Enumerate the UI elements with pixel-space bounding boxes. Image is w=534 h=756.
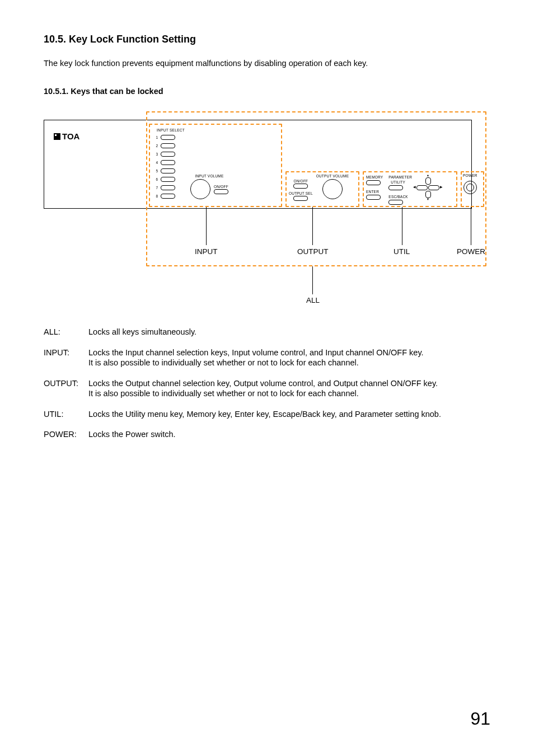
input-onoff-label: ON/OFF bbox=[214, 185, 228, 189]
brand-logo-text: TOA bbox=[62, 132, 79, 141]
input-select-button bbox=[161, 143, 175, 148]
output-volume-label: OUTPUT VOLUME bbox=[316, 174, 349, 178]
lead-line bbox=[402, 207, 402, 245]
definition-body: Locks all keys simultaneously. bbox=[88, 327, 490, 337]
utility-button bbox=[388, 185, 403, 190]
esc-back-button bbox=[388, 200, 403, 205]
definition-row: OUTPUT:Locks the Output channel selectio… bbox=[44, 378, 490, 399]
input-select-button bbox=[161, 185, 175, 190]
input-select-row: 1 bbox=[154, 133, 185, 142]
power-label: POWER bbox=[463, 173, 477, 177]
group-label-output: OUTPUT bbox=[297, 247, 329, 256]
section-heading: 10.5. Key Lock Function Setting bbox=[44, 34, 490, 45]
definition-body: Locks the Output channel selection key, … bbox=[88, 378, 490, 399]
util-block: MEMORY ENTER PARAMETER UTILITY ESC/BACK bbox=[366, 175, 412, 205]
input-channel-number: 5 bbox=[154, 169, 158, 173]
definition-body: Locks the Power switch. bbox=[88, 429, 490, 440]
definition-row: ALL:Locks all keys simultaneously. bbox=[44, 327, 490, 337]
output-onoff-label: ON/OFF bbox=[293, 179, 308, 183]
definition-term: OUTPUT: bbox=[44, 378, 88, 399]
svg-rect-1 bbox=[55, 134, 57, 136]
input-channel-number: 7 bbox=[154, 186, 158, 190]
input-select-row: 8 bbox=[154, 192, 185, 200]
definition-term: INPUT: bbox=[44, 348, 88, 368]
memory-button bbox=[366, 180, 381, 185]
input-select-block: INPUT SELECT 12345678 bbox=[154, 128, 185, 200]
definition-term: UTIL: bbox=[44, 409, 88, 420]
arrow-down-button bbox=[425, 191, 431, 198]
panel-diagram: TOA INPUT SELECT 12345678 INPUT VOLUME O… bbox=[44, 111, 490, 304]
arrow-up-icon: ▲ bbox=[427, 174, 429, 177]
input-select-row: 2 bbox=[154, 142, 185, 150]
output-volume-knob bbox=[322, 179, 343, 199]
input-select-row: 5 bbox=[154, 167, 185, 175]
input-onoff-button bbox=[214, 189, 228, 194]
parameter-label: PARAMETER bbox=[388, 175, 412, 179]
definition-row: UTIL:Locks the Utility menu key, Memory … bbox=[44, 409, 490, 420]
brand-logo-icon bbox=[54, 133, 60, 140]
input-volume-block: INPUT VOLUME ON/OFF bbox=[190, 174, 228, 199]
input-channel-number: 2 bbox=[154, 144, 158, 148]
input-channel-number: 8 bbox=[154, 194, 158, 198]
definition-body: Locks the Input channel selection keys, … bbox=[88, 348, 490, 368]
input-volume-knob bbox=[190, 179, 210, 199]
input-select-button bbox=[161, 194, 175, 199]
output-sel-button bbox=[293, 196, 308, 201]
input-select-button bbox=[161, 177, 175, 182]
arrow-down-icon: ▼ bbox=[427, 198, 429, 201]
input-select-row: 4 bbox=[154, 158, 185, 167]
arrow-left-icon: ◀ bbox=[413, 186, 416, 189]
input-select-row: 7 bbox=[154, 184, 185, 192]
group-label-all: ALL bbox=[306, 296, 320, 304]
power-switch-icon bbox=[463, 181, 477, 194]
subsection-heading: 10.5.1. Keys that can be locked bbox=[44, 87, 490, 96]
input-select-button bbox=[161, 135, 175, 140]
arrow-up-button bbox=[425, 177, 431, 185]
input-channel-number: 1 bbox=[154, 135, 158, 139]
input-select-button bbox=[161, 168, 175, 173]
definition-body: Locks the Utility menu key, Memory key, … bbox=[88, 409, 490, 420]
definition-term: ALL: bbox=[44, 327, 88, 337]
arrow-right-button bbox=[428, 185, 439, 190]
enter-button bbox=[366, 195, 381, 200]
arrow-left-button bbox=[416, 185, 428, 190]
intro-paragraph: The key lock function prevents equipment… bbox=[44, 59, 490, 68]
lead-line bbox=[471, 207, 471, 245]
memory-label: MEMORY bbox=[366, 175, 383, 179]
definition-row: INPUT:Locks the Input channel selection … bbox=[44, 348, 490, 368]
input-volume-label: INPUT VOLUME bbox=[195, 174, 223, 178]
lead-line bbox=[312, 207, 313, 245]
lead-line bbox=[206, 207, 207, 245]
output-onoff-button bbox=[293, 184, 308, 189]
arrow-cluster: ▲ ◀ ▶ ▼ bbox=[413, 174, 443, 201]
input-select-button bbox=[161, 152, 175, 157]
input-select-button bbox=[161, 160, 175, 165]
utility-label: UTILITY bbox=[391, 180, 407, 184]
brand-logo: TOA bbox=[54, 132, 79, 141]
output-sel-label: OUTPUT SEL bbox=[289, 191, 313, 195]
definition-row: POWER:Locks the Power switch. bbox=[44, 429, 490, 440]
enter-label: ENTER bbox=[366, 190, 383, 194]
input-channel-number: 6 bbox=[154, 177, 158, 181]
group-label-util: UTIL bbox=[394, 247, 410, 256]
input-select-row: 6 bbox=[154, 175, 185, 184]
input-channel-number: 4 bbox=[154, 161, 158, 165]
input-channel-number: 3 bbox=[154, 152, 158, 156]
output-block: ON/OFF OUTPUT SEL OUTPUT VOLUME bbox=[289, 174, 349, 201]
power-block: POWER bbox=[463, 173, 477, 194]
input-select-row: 3 bbox=[154, 150, 185, 158]
input-select-title: INPUT SELECT bbox=[157, 128, 185, 132]
definitions-list: ALL:Locks all keys simultaneously.INPUT:… bbox=[44, 327, 490, 440]
group-label-input: INPUT bbox=[195, 247, 218, 256]
arrow-right-icon: ▶ bbox=[440, 186, 443, 189]
lead-line bbox=[312, 266, 313, 294]
svg-rect-0 bbox=[54, 133, 60, 140]
esc-back-label: ESC/BACK bbox=[388, 195, 407, 199]
group-label-power: POWER bbox=[457, 247, 485, 256]
page-number: 91 bbox=[470, 708, 490, 729]
definition-term: POWER: bbox=[44, 429, 88, 440]
